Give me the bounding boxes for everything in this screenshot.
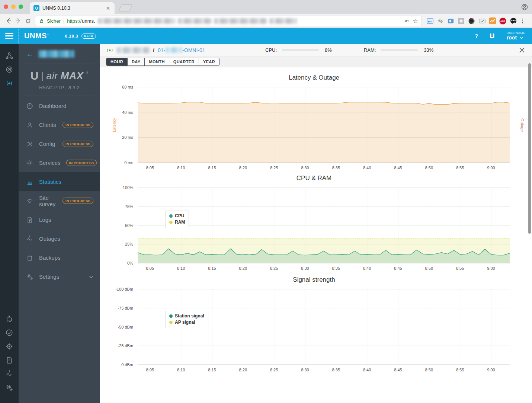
forward-icon[interactable] [13, 17, 23, 24]
help-icon[interactable]: ? [475, 33, 478, 39]
discovery-crosshair-icon[interactable] [5, 342, 13, 351]
close-panel-icon[interactable] [518, 46, 526, 54]
sidebar-item-outages[interactable]: Outages [19, 229, 100, 248]
ninja-extension-icon[interactable] [510, 17, 517, 25]
circle-extension-icon[interactable] [458, 17, 465, 25]
gear-extension-icon[interactable] [437, 17, 444, 25]
ram-series-marker [169, 221, 173, 224]
chevron-down-icon [519, 36, 523, 39]
x-axis-label: 8:35 [332, 368, 340, 372]
device-name-redacted [166, 47, 182, 53]
config-tools-icon [26, 140, 33, 148]
x-axis-label: 8:35 [332, 166, 340, 170]
y-axis-label: 0% [127, 261, 133, 265]
outages-wave-icon[interactable] [5, 370, 13, 378]
sidebar-item-dashboard[interactable]: Dashboard [19, 96, 100, 115]
settings-gears-icon[interactable] [5, 384, 13, 392]
password-key-icon[interactable] [404, 18, 410, 24]
new-tab-button[interactable] [118, 4, 132, 12]
browser-tab[interactable]: U UNMS 0.10.3 ✕ [30, 2, 115, 14]
reload-icon[interactable] [23, 18, 33, 24]
unms-favicon: U [33, 5, 39, 11]
x-axis-label: 8:55 [456, 368, 464, 372]
x-axis-label: 8:45 [394, 166, 402, 170]
back-arrow-icon[interactable]: ← [26, 50, 33, 58]
main-content: / 01- -OMNI-01 CPU: 8% RAM: 33% [100, 44, 532, 403]
app-header: UNMS™ 0.10.3 BETA ? U USERNAME root [0, 28, 532, 44]
x-axis-label: 8:05 [146, 166, 154, 170]
window-extension-icon[interactable] [426, 17, 433, 25]
zoom-window-button[interactable] [19, 4, 23, 9]
sidebar-menu: Dashboard Clients IN PROGRESS Config IN … [19, 96, 100, 286]
tab-day[interactable]: DAY [127, 58, 144, 65]
tab-year[interactable]: YEAR [199, 58, 219, 65]
chart-title: Signal strength [128, 275, 500, 284]
sidebar-item-site-survey[interactable]: Site survey IN PROGRESS [19, 191, 100, 210]
x-axis-label: 8:45 [394, 266, 402, 271]
sidebar: ← U | airMAX ® R5AC-PTP - 8.3.2 Dashboar… [19, 44, 100, 403]
tab-quarter[interactable]: QUARTER [169, 58, 199, 65]
tab-hour[interactable]: HOUR [106, 58, 127, 65]
legend-item-ap-signal[interactable]: AP signal [169, 319, 204, 326]
ram-stat: RAM: 33% [364, 47, 434, 53]
period-tabs-row: HOUR DAY MONTH QUARTER YEAR [100, 57, 532, 67]
signal-strength-chart: Signal strength Station signal AP signal… [100, 275, 532, 365]
tab-month[interactable]: MONTH [144, 58, 169, 65]
x-axis-label: 8:30 [301, 166, 309, 170]
ubiquiti-logo-icon[interactable]: U [489, 32, 495, 40]
breadcrumb-separator: / [153, 47, 154, 53]
device-link[interactable]: 01- -OMNI-01 [158, 47, 205, 53]
lens-extension-icon[interactable] [468, 17, 475, 25]
url-scheme: https:// [67, 18, 81, 24]
tag-extension-icon[interactable] [447, 17, 454, 25]
mail-extension-icon[interactable] [478, 17, 485, 25]
user-menu[interactable]: USERNAME root [507, 31, 525, 41]
sidebar-item-services[interactable]: Services IN PROGRESS [19, 153, 100, 172]
chart-extension-icon[interactable] [489, 17, 496, 25]
browser-profile-icon[interactable] [521, 3, 528, 11]
logs-file-icon[interactable] [5, 356, 13, 364]
cpu-ram-plot: CPU RAM 8:058:108:158:208:258:308:358:40… [138, 188, 510, 263]
sidebar-item-clients[interactable]: Clients IN PROGRESS [19, 115, 100, 134]
legend-item-cpu[interactable]: CPU [169, 213, 185, 219]
sidebar-item-backups[interactable]: Backups [19, 248, 100, 267]
hamburger-menu-icon[interactable] [0, 28, 19, 44]
endpoints-icon[interactable] [5, 65, 13, 74]
y-axis-label: 60 ms [122, 85, 133, 89]
sidebar-item-statistics[interactable]: Statistics [19, 172, 100, 191]
firmware-chip-icon[interactable] [5, 315, 13, 323]
vertical-scrollbar[interactable] [528, 63, 531, 234]
close-window-button[interactable] [4, 4, 8, 9]
browser-menu-icon[interactable]: ⋮ [520, 17, 525, 24]
y-axis-label: 25% [125, 242, 133, 246]
bookmark-star-icon[interactable]: ☆ [413, 17, 418, 25]
x-axis-label: 8:20 [239, 368, 247, 372]
tasks-check-icon[interactable] [5, 329, 13, 337]
sidebar-item-config[interactable]: Config IN PROGRESS [19, 134, 100, 153]
minimize-window-button[interactable] [11, 4, 16, 9]
devices-icon[interactable] [5, 79, 13, 87]
backups-box-icon [26, 254, 33, 262]
clients-user-icon [26, 121, 33, 129]
y-axis-label: -75 dBm [118, 306, 133, 310]
back-icon[interactable] [4, 17, 13, 24]
adblock-plus-icon[interactable]: ABP [499, 17, 506, 25]
url-bar[interactable]: Sicher | https:// unms. ☆ [35, 16, 422, 26]
signal-strength-plot: Station signal AP signal 8:058:108:158:2… [138, 289, 510, 365]
sites-icon[interactable] [5, 52, 13, 60]
legend-item-ram[interactable]: RAM [169, 219, 185, 226]
in-progress-badge: IN PROGRESS [63, 198, 93, 204]
cpu-label: CPU: [265, 47, 277, 53]
breadcrumb: / 01- -OMNI-01 [106, 47, 265, 54]
x-axis-label: 8:50 [425, 166, 433, 170]
legend-item-station-signal[interactable]: Station signal [169, 313, 204, 319]
site-name-redacted [117, 47, 150, 53]
outages-wave-icon [26, 235, 33, 243]
close-tab-icon[interactable]: ✕ [105, 6, 111, 11]
sidebar-item-settings[interactable]: Settings [19, 267, 100, 286]
chart-title: Latency & Outage [128, 73, 500, 82]
latency-axis-title: Latency [112, 118, 116, 132]
in-progress-badge: IN PROGRESS [63, 141, 93, 147]
sidebar-item-logs[interactable]: Logs [19, 210, 100, 229]
url-redacted-segment [98, 18, 175, 24]
